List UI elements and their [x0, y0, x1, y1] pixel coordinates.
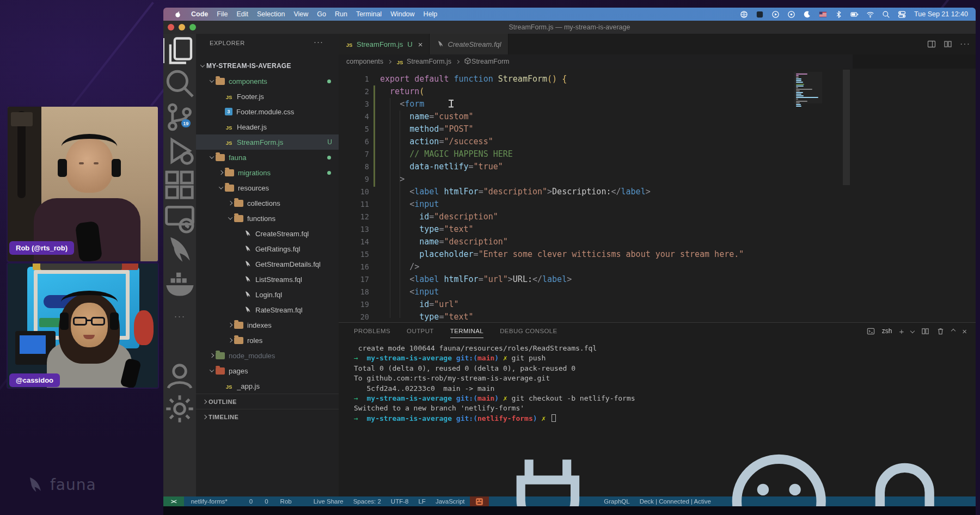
shell-label[interactable]: zsh: [882, 327, 892, 335]
section-outline[interactable]: OUTLINE: [196, 394, 339, 409]
recordcircle-icon[interactable]: [787, 10, 795, 19]
tree-item-roles[interactable]: roles: [196, 333, 339, 348]
run-debug-icon[interactable]: [163, 138, 196, 163]
tree-item-header-js[interactable]: JSHeader.js: [196, 119, 339, 134]
status-extension-robot[interactable]: [470, 496, 489, 506]
tree-chevron-icon: [207, 354, 216, 357]
kill-terminal-icon[interactable]: [936, 327, 945, 335]
status-notifications[interactable]: [842, 496, 968, 506]
code-editor[interactable]: 1export default function StreamForm() {2…: [339, 69, 976, 322]
close-panel-icon[interactable]: ×: [962, 327, 967, 336]
breadcrumb-streamform-js[interactable]: JSStreamForm.js: [396, 58, 451, 65]
status-git-branch[interactable]: netlify-forms*: [184, 496, 232, 506]
status-sync-changes[interactable]: [232, 496, 242, 506]
tree-item-my-stream-is-average[interactable]: MY-STREAM-IS-AVERAGE: [196, 58, 339, 73]
tree-item-indexes[interactable]: indexes: [196, 317, 339, 333]
tree-item-components[interactable]: components: [196, 73, 339, 89]
keyboard-icon[interactable]: [740, 10, 748, 19]
tree-item-login-fql[interactable]: Login.fql: [196, 287, 339, 302]
menu-code[interactable]: Code: [187, 10, 212, 18]
section-timeline[interactable]: TIMELINE: [196, 409, 339, 424]
account-icon[interactable]: [163, 364, 196, 389]
menu-help[interactable]: Help: [419, 10, 442, 18]
status-live-share[interactable]: Live Share: [307, 496, 348, 506]
tab-createstream-fql[interactable]: CreateStream.fql: [430, 34, 508, 54]
tab-streamform-js[interactable]: JSStreamForm.jsU×: [339, 34, 430, 54]
docker-icon[interactable]: [163, 271, 196, 296]
apple-menu-icon[interactable]: [174, 10, 181, 19]
status-user-rob[interactable]: Rob: [273, 496, 297, 506]
spotlight-icon[interactable]: [882, 10, 890, 19]
tree-item-pages[interactable]: pages: [196, 363, 339, 378]
tab-close-icon[interactable]: ×: [418, 40, 423, 49]
status-warnings[interactable]: 0: [258, 496, 273, 506]
menu-edit[interactable]: Edit: [232, 10, 253, 18]
menu-window[interactable]: Window: [386, 10, 419, 18]
breadcrumb-streamform[interactable]: StreamForm: [464, 57, 509, 66]
status-feedback[interactable]: [716, 496, 842, 506]
breadcrumb-components[interactable]: components: [346, 58, 383, 65]
moon-icon[interactable]: [803, 10, 811, 19]
split-terminal-icon[interactable]: [921, 327, 929, 335]
more-actions-icon[interactable]: ···: [960, 39, 970, 49]
status-language-mode[interactable]: JavaScript: [431, 496, 470, 506]
fauna-extension-icon[interactable]: [163, 238, 196, 263]
new-terminal-icon[interactable]: +: [899, 327, 904, 336]
wifi-icon[interactable]: [866, 10, 874, 19]
status-indentation[interactable]: Spaces: 2: [348, 496, 386, 506]
explorer-actions-icon[interactable]: ···: [314, 37, 323, 46]
tree-item-migrations[interactable]: migrations: [196, 165, 339, 180]
remote-explorer-icon[interactable]: [163, 206, 196, 231]
menu-view[interactable]: View: [289, 10, 313, 18]
tree-item-createstream-fql[interactable]: CreateStream.fql: [196, 226, 339, 241]
tree-item-node-modules[interactable]: node_modules: [196, 348, 339, 363]
controlcenter-icon[interactable]: [898, 10, 906, 19]
menu-terminal[interactable]: Terminal: [352, 10, 386, 18]
extensions-icon[interactable]: [163, 173, 196, 198]
status-eol[interactable]: LF: [413, 496, 430, 506]
tree-item-functions[interactable]: functions: [196, 211, 339, 226]
settings-gear-icon[interactable]: [163, 396, 196, 421]
menu-run[interactable]: Run: [330, 10, 352, 18]
tree-item-ratestream-fql[interactable]: RateStream.fql: [196, 302, 339, 317]
status-rob-avatar-badge[interactable]: [297, 496, 307, 506]
status-graphql[interactable]: GraphQL: [489, 496, 635, 506]
menubar-clock[interactable]: Tue Sep 21 12:40: [914, 10, 968, 18]
playcircle-icon[interactable]: [771, 10, 780, 19]
tree-item-app-js[interactable]: JS_app.js: [196, 378, 339, 394]
tree-item-getratings-fql[interactable]: GetRatings.fql: [196, 241, 339, 256]
tree-item-collections[interactable]: collections: [196, 195, 339, 211]
panel-tab-output[interactable]: OUTPUT: [407, 328, 434, 334]
panel-tab-debug-console[interactable]: DEBUG CONSOLE: [500, 328, 558, 334]
tree-item-getstreamdetails-fql[interactable]: GetStreamDetails.fql: [196, 256, 339, 272]
panel-tab-terminal[interactable]: TERMINAL: [450, 328, 483, 334]
explorer-icon[interactable]: [163, 38, 196, 63]
menu-file[interactable]: File: [212, 10, 232, 18]
status-errors[interactable]: 0: [242, 496, 258, 506]
tree-item-footer-module-css[interactable]: 3Footer.module.css: [196, 104, 339, 119]
split-editor-icon[interactable]: [944, 40, 952, 48]
bluetooth-icon[interactable]: [835, 10, 843, 19]
status-encoding[interactable]: UTF-8: [386, 496, 414, 506]
usflag-icon[interactable]: [819, 10, 827, 19]
source-control-icon[interactable]: 19: [163, 105, 196, 130]
search-icon[interactable]: [163, 71, 196, 96]
tree-item-liststreams-fql[interactable]: ListStreams.fql: [196, 272, 339, 287]
tree-item-fauna[interactable]: fauna: [196, 150, 339, 165]
toggle-layout-icon[interactable]: [927, 40, 936, 48]
tree-item-resources[interactable]: resources: [196, 180, 339, 195]
battery-icon[interactable]: [850, 10, 859, 19]
tree-item-footer-js[interactable]: JSFooter.js: [196, 89, 339, 104]
status-remote-indicator[interactable]: ><: [163, 496, 184, 506]
menu-go[interactable]: Go: [313, 10, 330, 18]
status-deck-status[interactable]: Deck | Connected | Active: [635, 496, 716, 506]
tree-item-streamform-js[interactable]: JSStreamForm.jsU: [196, 134, 339, 150]
more-views-icon[interactable]: ···: [163, 304, 196, 329]
minimap[interactable]: [794, 72, 822, 103]
terminal-dropdown-icon[interactable]: [910, 329, 915, 333]
editor-scrollbar[interactable]: [843, 70, 850, 185]
menu-selection[interactable]: Selection: [253, 10, 289, 18]
screenrec-icon[interactable]: [756, 10, 764, 19]
maximize-panel-icon[interactable]: [951, 329, 955, 333]
panel-tab-problems[interactable]: PROBLEMS: [354, 328, 390, 334]
